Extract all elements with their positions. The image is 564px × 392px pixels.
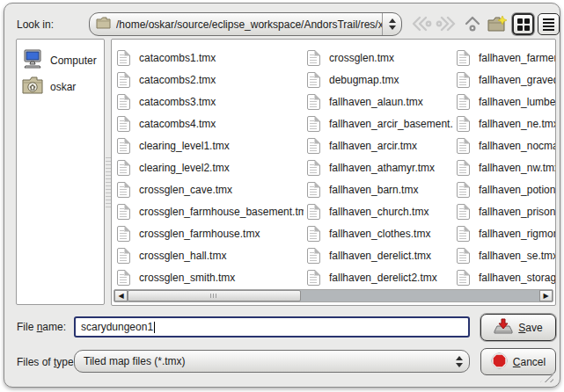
file-item[interactable]: catacombs4.tmx [117,113,304,134]
back-button[interactable] [409,13,432,36]
scroll-right-button[interactable]: ▶ [539,290,553,301]
file-item[interactable]: crossglen_cave.tmx [117,178,304,200]
scroll-left-button[interactable]: ◀ [114,290,128,301]
file-item[interactable]: fallhaven_rigmor [457,222,555,244]
file-icon [117,270,130,286]
file-item[interactable]: fallhaven_prison [457,200,555,222]
text-caret [154,322,155,333]
up-folder-button[interactable] [461,13,484,36]
chevrons-right-icon [436,14,458,36]
file-item-label: catacombs2.tmx [139,74,216,86]
file-type-combobox[interactable]: Tiled map files (*.tmx) [74,350,470,373]
file-type-value: Tiled map files (*.tmx) [84,355,450,367]
file-item[interactable]: fallhaven_athamyr.tmx [307,156,453,178]
file-icon [117,248,130,264]
file-item-label: fallhaven_potion [479,184,555,196]
file-icon [307,182,320,198]
file-icon [457,72,470,88]
file-item[interactable]: fallhaven_ne.tmx [457,113,555,134]
file-item[interactable]: fallhaven_nocma [457,134,555,156]
cancel-button[interactable]: Cancel [480,348,556,375]
chevron-up-icon [462,13,483,37]
file-name-label: File name: [17,320,66,334]
file-item[interactable]: crossglen_hall.tmx [117,244,304,266]
path-combobox[interactable]: /home/oskar/source/eclipse_workspace/And… [89,12,402,36]
file-name-value: scarydungeon1 [81,321,153,333]
file-name-input[interactable]: scarydungeon1 [74,316,470,338]
new-folder-button[interactable] [486,13,509,36]
file-item[interactable]: crossglen.tmx [307,47,453,69]
file-item[interactable]: fallhaven_farmer [457,47,555,69]
file-icon [307,138,320,154]
file-item[interactable]: fallhaven_church.tmx [307,200,453,222]
file-item[interactable]: debugmap.tmx [307,69,453,91]
chevrons-left-icon [409,14,432,36]
file-item[interactable]: catacombs3.tmx [117,91,304,113]
file-icon [457,182,470,198]
file-item[interactable]: fallhaven_barn.tmx [307,178,453,200]
file-item[interactable]: crossglen_farmhouse.tmx [117,222,304,244]
file-icon [117,182,130,198]
file-item[interactable]: fallhaven_derelict.tmx [307,244,453,266]
file-item[interactable]: fallhaven_potion [457,178,555,200]
file-item[interactable]: fallhaven_arcir_basement.tmx [307,113,453,134]
file-item-label: fallhaven_rigmor [479,228,555,240]
file-item-label: fallhaven_prison [479,206,555,218]
grid-view-button[interactable] [512,13,534,35]
file-icon [457,50,470,66]
sidebar-item-oskar[interactable]: oskar [17,74,104,99]
file-icon [117,116,130,132]
file-item-label: fallhaven_farmer [479,52,555,64]
sidebar-item-computer[interactable]: Computer [17,47,104,74]
cancel-button-label: Cancel [513,356,546,368]
file-item[interactable]: catacombs1.tmx [117,47,304,69]
file-item-label: fallhaven_alaun.tmx [329,96,423,108]
file-item[interactable]: clearing_level2.tmx [117,156,304,178]
file-item[interactable]: crossglen_farmhouse_basement.tmx [117,200,304,222]
file-item-label: fallhaven_clothes.tmx [329,228,430,240]
save-button-label: Save [518,322,542,334]
stop-sign-icon [491,352,508,372]
file-item[interactable]: fallhaven_derelict2.tmx [307,266,453,288]
file-icon [307,50,320,66]
file-list-panel: catacombs1.tmxcatacombs2.tmxcatacombs3.t… [111,39,556,306]
file-item[interactable]: fallhaven_graved [457,69,555,91]
save-button[interactable]: Save [480,314,556,341]
file-item[interactable]: fallhaven_alaun.tmx [307,91,453,113]
file-item[interactable]: fallhaven_clothes.tmx [307,222,453,244]
file-icon [307,248,320,264]
file-icon [457,160,470,176]
file-item[interactable]: fallhaven_storag [457,266,555,288]
current-path: /home/oskar/source/eclipse_workspace/And… [116,18,382,31]
file-item[interactable]: fallhaven_nw.tmx [457,156,555,178]
file-item-label: crossglen_farmhouse.tmx [139,228,260,240]
file-item[interactable]: catacombs2.tmx [117,69,304,91]
file-icon [117,160,130,176]
grid-icon [517,18,530,31]
file-icon [457,138,470,154]
file-item-label: fallhaven_arcir_basement.tmx [329,118,453,130]
file-item-label: fallhaven_athamyr.tmx [329,162,435,174]
file-item[interactable]: fallhaven_arcir.tmx [307,134,453,156]
file-item-label: crossglen_cave.tmx [139,184,232,196]
sidebar-item-label: Computer [50,54,97,67]
path-combo-spinner[interactable] [382,13,401,35]
list-view-button[interactable] [538,13,560,35]
file-item[interactable]: fallhaven_lumber [457,91,555,113]
scrollbar-thumb[interactable] [128,290,301,301]
file-item[interactable]: fallhaven_se.tmx [457,244,555,266]
file-item-label: fallhaven_church.tmx [329,206,428,218]
file-item-label: debugmap.tmx [329,74,399,86]
file-icon [457,204,470,220]
file-item[interactable]: crossglen_smith.tmx [117,266,304,288]
file-item-label: clearing_level2.tmx [139,162,230,174]
new-folder-icon [487,15,508,35]
scrollbar-track[interactable] [128,290,539,301]
forward-button[interactable] [436,13,458,36]
horizontal-scrollbar[interactable]: ◀ ▶ [114,289,553,302]
file-item-label: catacombs3.tmx [139,96,216,108]
file-item-label: fallhaven_barn.tmx [329,184,418,196]
type-combo-spinner[interactable] [450,351,469,372]
file-item-label: clearing_level1.tmx [139,140,230,152]
file-item[interactable]: clearing_level1.tmx [117,134,304,156]
